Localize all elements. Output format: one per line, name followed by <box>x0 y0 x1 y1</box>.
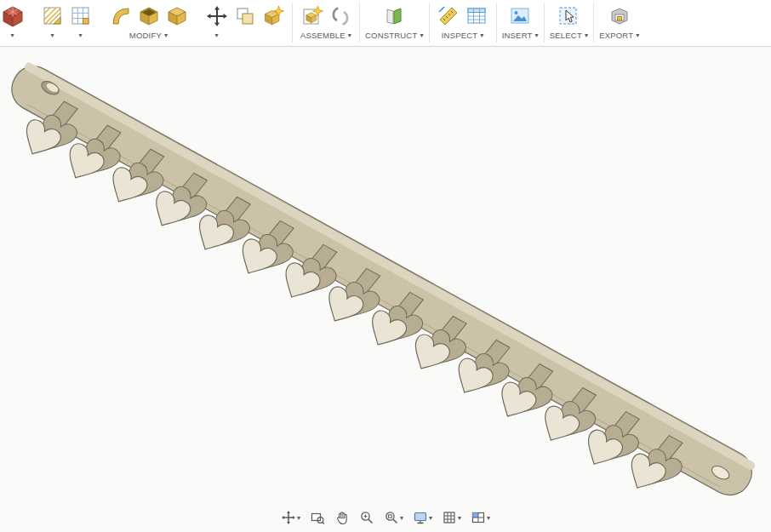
grid-snaps-button[interactable]: ▾ <box>440 509 463 526</box>
chevron-down-icon: ▾ <box>214 30 218 41</box>
press-pull-dropdown[interactable]: ▾ <box>50 30 54 41</box>
chevron-down-icon: ▾ <box>585 30 588 41</box>
viewports-button[interactable]: ▾ <box>469 509 492 526</box>
chevron-down-icon: ▾ <box>429 514 432 522</box>
model-viewport[interactable]: ▾ <box>0 47 771 532</box>
insert-image-button[interactable] <box>506 3 534 30</box>
inspect-menu-label: INSPECT <box>442 30 478 41</box>
export-menu[interactable]: EXPORT ▾ <box>599 30 639 41</box>
chevron-down-icon: ▾ <box>400 514 403 522</box>
display-settings-icon <box>413 510 428 525</box>
look-at-button[interactable] <box>308 509 327 526</box>
toolbar-group-align <box>231 3 287 30</box>
view-navbar: ▾ <box>274 507 497 528</box>
move-dropdown[interactable]: ▾ <box>214 30 218 41</box>
chevron-down-icon: ▾ <box>297 514 300 522</box>
shell-button[interactable] <box>134 3 163 30</box>
fit-button[interactable]: ▾ <box>382 509 405 526</box>
document-cube-button[interactable] <box>0 3 26 30</box>
pan-hand-icon <box>334 510 350 525</box>
construct-plane-button[interactable] <box>380 3 408 30</box>
toolbar-group-construct: CONSTRUCT ▾ <box>365 3 424 41</box>
fusion-window: ▾ ▾ <box>0 0 771 532</box>
chevron-down-icon: ▾ <box>420 30 423 41</box>
document-cube-icon <box>2 5 24 27</box>
modify-menu[interactable]: MODIFY ▾ <box>129 30 168 41</box>
fillet-button[interactable] <box>106 3 134 30</box>
chevron-down-icon: ▾ <box>535 30 539 41</box>
new-component-button[interactable] <box>298 3 326 30</box>
measure-icon <box>437 5 460 27</box>
combine-icon <box>166 5 188 27</box>
section-analysis-icon <box>465 5 488 27</box>
align-icon <box>234 5 256 27</box>
heart-hook-rack-model[interactable] <box>0 59 759 532</box>
align-button[interactable] <box>231 3 259 30</box>
document-cube-dropdown[interactable]: ▾ <box>10 30 14 41</box>
select-button[interactable] <box>555 3 583 30</box>
toolbar-group-pattern: ▾ <box>66 3 94 41</box>
export-button[interactable] <box>605 3 633 30</box>
toolbar-group-insert: INSERT ▾ <box>502 3 539 41</box>
zoom-button[interactable] <box>357 509 376 526</box>
chevron-down-icon: ▾ <box>10 30 14 41</box>
measure-button[interactable] <box>435 3 463 30</box>
heart-hooks <box>17 92 694 503</box>
assemble-menu[interactable]: ASSEMBLE ▾ <box>300 30 351 41</box>
construct-menu[interactable]: CONSTRUCT ▾ <box>365 30 424 41</box>
look-at-icon <box>310 510 325 525</box>
select-cursor-icon <box>557 5 580 27</box>
modify-menu-label: MODIFY <box>129 30 162 41</box>
select-menu[interactable]: SELECT ▾ <box>550 30 588 41</box>
export-menu-label: EXPORT <box>599 30 633 41</box>
inspect-menu[interactable]: INSPECT ▾ <box>442 30 484 41</box>
toolbar-group-inspect: INSPECT ▾ <box>435 3 491 41</box>
pan-button[interactable] <box>333 509 351 526</box>
toolbar-group-document: ▾ <box>0 3 26 41</box>
toolbar-separator <box>359 3 360 43</box>
move-icon <box>206 5 228 27</box>
chevron-down-icon: ▾ <box>636 30 639 41</box>
chevron-down-icon: ▾ <box>458 514 461 522</box>
toolbar-group-move: ▾ <box>203 3 231 41</box>
joint-button[interactable] <box>326 3 354 30</box>
chevron-down-icon: ▾ <box>164 30 168 41</box>
joint-icon <box>329 5 351 27</box>
toolbar-group-select: SELECT ▾ <box>550 3 588 41</box>
construct-plane-icon <box>383 5 405 27</box>
combine-button[interactable] <box>163 3 191 30</box>
change-parameters-icon <box>262 5 284 27</box>
toolbar-group-modify: MODIFY ▾ <box>106 3 191 41</box>
chevron-down-icon: ▾ <box>487 514 490 522</box>
press-pull-button[interactable] <box>38 3 66 30</box>
construct-menu-label: CONSTRUCT <box>365 30 417 41</box>
new-component-icon <box>301 5 323 27</box>
move-copy-button[interactable] <box>203 3 231 30</box>
insert-menu[interactable]: INSERT ▾ <box>502 30 539 41</box>
viewports-icon <box>471 510 486 525</box>
assemble-menu-label: ASSEMBLE <box>300 30 346 41</box>
toolbar-group-assemble: ASSEMBLE ▾ <box>298 3 354 41</box>
toolbar-separator <box>544 3 545 43</box>
change-parameters-button[interactable] <box>259 3 287 30</box>
top-toolbar: ▾ ▾ <box>0 0 771 47</box>
toolbar-separator <box>429 3 430 43</box>
orbit-button[interactable]: ▾ <box>279 509 302 526</box>
section-analysis-button[interactable] <box>463 3 491 30</box>
chevron-down-icon: ▾ <box>78 30 82 41</box>
pattern-button[interactable] <box>66 3 94 30</box>
export-3d-print-icon <box>608 5 631 27</box>
select-menu-label: SELECT <box>550 30 582 41</box>
display-settings-button[interactable]: ▾ <box>411 509 434 526</box>
chevron-down-icon: ▾ <box>50 30 54 41</box>
zoom-icon <box>359 510 374 525</box>
toolbar-separator <box>496 3 497 43</box>
toolbar-separator <box>593 3 594 43</box>
orbit-icon <box>281 510 296 525</box>
fit-icon <box>384 510 399 525</box>
chevron-down-icon: ▾ <box>348 30 351 41</box>
insert-image-icon <box>509 5 531 27</box>
pattern-icon <box>70 5 92 27</box>
toolbar-separator <box>292 3 293 43</box>
pattern-dropdown[interactable]: ▾ <box>78 30 82 41</box>
